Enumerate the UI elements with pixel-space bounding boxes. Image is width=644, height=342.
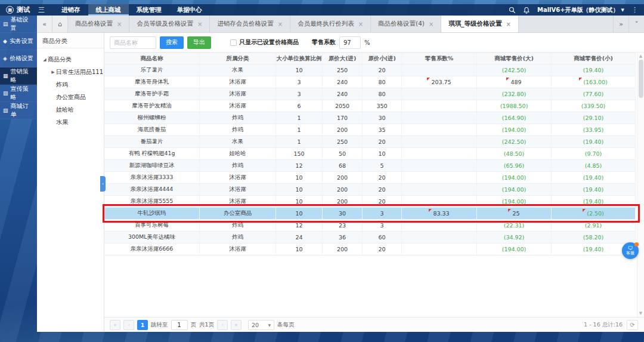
refresh-button[interactable]: ⟳ [627, 320, 638, 330]
main-area: « ⌂ 商品价格设置×会员等级及价格设置×进销存会员价格设置×会员最终执行价列表… [37, 16, 644, 332]
search-button[interactable]: 搜索 [160, 36, 184, 49]
sidebar-item-2[interactable]: ◈价格设置 [0, 50, 37, 67]
cell: (58.20) [552, 232, 636, 243]
last-page-button[interactable]: » [231, 320, 242, 330]
table-row-0[interactable]: 乐了薯片水果1025020(242.50)(19.40) [104, 64, 636, 76]
tabs-collapse-icon[interactable]: ˅ [628, 16, 644, 32]
tabs-scroll-left-icon[interactable]: « [37, 16, 52, 32]
scroll-up-icon[interactable]: ▲ [639, 53, 642, 60]
table-row-7[interactable]: 有鸭 柠檬鸭翅41g娃哈哈1505010(48.50)(9.70) [104, 148, 636, 160]
hamburger-icon[interactable]: 三 [38, 5, 45, 14]
table-row-8[interactable]: 新源湖咖啡绿豆冰炸鸡12685(65.96)(4.85) [104, 160, 636, 172]
promotion-strategy-icon: ▧ [3, 90, 8, 96]
top-menu-item-1[interactable]: 线上商城 [88, 4, 129, 16]
tab-close-icon[interactable]: × [506, 21, 511, 27]
retail-coef-input[interactable] [339, 36, 361, 49]
search-icon[interactable] [509, 7, 516, 14]
tab-3[interactable]: 会员最终执行价列表× [290, 16, 371, 32]
page-size-select[interactable]: 20 ▼ [248, 320, 274, 330]
tab-2[interactable]: 进销存会员价格设置× [210, 16, 290, 32]
tree-node-0[interactable]: ◢商品分类 [37, 53, 104, 66]
home-tab-icon[interactable]: ⌂ [52, 16, 68, 32]
customer-service-fab[interactable]: 🗨 客服 [622, 242, 639, 259]
panel-collapse-handle[interactable]: ‹ [100, 176, 106, 192]
column-header-7: 商城零售价(小) [552, 53, 636, 64]
cell-value: 350 [376, 103, 387, 109]
sidebar-item-5[interactable]: ▨商城订单 [0, 102, 37, 119]
kebab-menu-icon[interactable]: ⋮ [631, 6, 638, 14]
first-page-button[interactable]: « [110, 320, 120, 330]
scrollbar-thumb[interactable] [639, 60, 643, 98]
cell: 办公室商品 [200, 208, 276, 219]
sidebar-item-1[interactable]: ◆实务设置 [0, 33, 37, 50]
product-name-input[interactable] [110, 36, 156, 49]
tab-1[interactable]: 会员等级及价格设置× [129, 16, 210, 32]
tabs-scroll-right-icon[interactable]: » [613, 16, 628, 32]
tab-close-icon[interactable]: × [278, 21, 283, 27]
tree-node-3[interactable]: 办公室商品 [37, 91, 104, 103]
tab-close-icon[interactable]: × [358, 21, 363, 27]
cell: (163.00) [552, 76, 636, 88]
table-row-10[interactable]: 亲亲沐浴露4444沐浴露1020020(194.00)(19.40) [104, 184, 636, 196]
table-row-6[interactable]: 番茄薯片水果125020(242.50)(19.40) [104, 136, 636, 148]
sidebar-item-0[interactable]: ▤基础设置 [0, 16, 37, 33]
current-page-button[interactable]: 1 [137, 320, 148, 330]
account-menu[interactable]: MallV6+开单版（静仪测试） ▼ [537, 6, 624, 14]
sidebar-item-4[interactable]: ▧宣传策略 [0, 85, 37, 102]
tab-4[interactable]: 商品价格设置(4)× [371, 16, 441, 32]
tree-node-2[interactable]: 炸鸡 [37, 78, 104, 91]
cell-value: (22.31) [504, 222, 525, 229]
table-row-3[interactable]: 摩洛哥护发精油沐浴露62050350(1988.50)(339.50) [104, 100, 636, 112]
cell [402, 172, 477, 183]
tab-close-icon[interactable]: × [197, 21, 202, 27]
cell-value: 10 [295, 174, 302, 181]
table-row-12[interactable]: 牛轧沙琪玛办公室商品1030383.3325(2.50) [104, 208, 636, 220]
cell-value: (19.40) [583, 246, 604, 252]
next-page-button[interactable]: › [217, 320, 228, 330]
table-row-1[interactable]: 摩洛哥身体乳沐浴露324080203.75489(163.00) [104, 76, 636, 88]
table-row-14[interactable]: 300ML美年达橘味炸鸡243660(34.92)(58.20) [104, 232, 636, 244]
tab-0[interactable]: 商品价格设置× [68, 16, 129, 32]
cell-value: 摩洛哥护发精油 [132, 102, 172, 110]
tab-close-icon[interactable]: × [117, 21, 122, 27]
bell-icon[interactable] [523, 7, 530, 14]
table-row-11[interactable]: 亲亲沐浴露5555沐浴露1020020(194.00)(19.40) [104, 196, 636, 208]
top-menu-item-3[interactable]: 单据中心 [169, 4, 210, 16]
export-button[interactable]: 导出 [187, 36, 211, 49]
cell-value: (1988.50) [500, 103, 528, 109]
table-row-13[interactable]: 百事可乐树莓炸鸡12233(22.31)(2.91) [104, 220, 636, 232]
sidebar-item-3[interactable]: ▦营销策略 [0, 67, 37, 85]
sidebar-item-label: 价格设置 [10, 54, 33, 63]
column-header-4: 原价小(进) [363, 53, 402, 64]
modified-flag-icon [579, 78, 582, 81]
top-menu-item-2[interactable]: 系统管理 [129, 4, 169, 16]
tab-bar: « ⌂ 商品价格设置×会员等级及价格设置×进销存会员价格设置×会员最终执行价列表… [37, 16, 644, 33]
goto-page-input[interactable] [171, 320, 188, 330]
table-scrollbar: ▲ ▼ [637, 53, 644, 317]
only-priced-checkbox-wrap[interactable]: 只显示已设置价格商品 [230, 38, 299, 47]
cell: 68 [323, 160, 363, 171]
top-menu-item-0[interactable]: 进销存 [54, 4, 88, 16]
cell-value: 摩洛哥身体乳 [135, 78, 169, 86]
table-row-2[interactable]: 摩洛哥护手霜沐浴露324080(232.80)(77.60) [104, 88, 636, 100]
prev-page-button[interactable]: ‹ [123, 320, 134, 330]
tree-node-5[interactable]: 水果 [37, 116, 104, 128]
tree-node-4[interactable]: 娃哈哈 [37, 103, 104, 116]
tree-node-1[interactable]: ▶日常生活用品111 [37, 66, 104, 78]
cell: 3 [363, 220, 402, 231]
cell-value: (19.40) [583, 174, 604, 181]
cell: (194.00) [477, 124, 552, 135]
scroll-down-icon[interactable]: ▼ [639, 310, 642, 317]
cell-value: 沐浴露 [229, 78, 246, 86]
checkbox-icon[interactable] [230, 39, 237, 46]
app-logo[interactable]: 测 测试 [6, 5, 30, 14]
table-row-4[interactable]: 柳州螺蛳粉炸鸡117030(164.90)(29.10) [104, 112, 636, 124]
table-row-15[interactable]: 亲亲沐浴露6666沐浴露1020020(194.00)(19.40) [104, 244, 636, 255]
cell-value: 5 [380, 162, 383, 169]
table-row-9[interactable]: 亲亲沐浴露3333沐浴露1020020(194.00)(19.40) [104, 172, 636, 184]
cell-value: 10 [295, 198, 302, 205]
tab-close-icon[interactable]: × [429, 21, 434, 27]
tab-5[interactable]: 琪琪_等级价格设置× [441, 16, 519, 32]
table-row-5[interactable]: 海底捞番茄炸鸡120035(194.00)(33.95) [104, 124, 636, 136]
cell: 炸鸡 [200, 124, 276, 135]
